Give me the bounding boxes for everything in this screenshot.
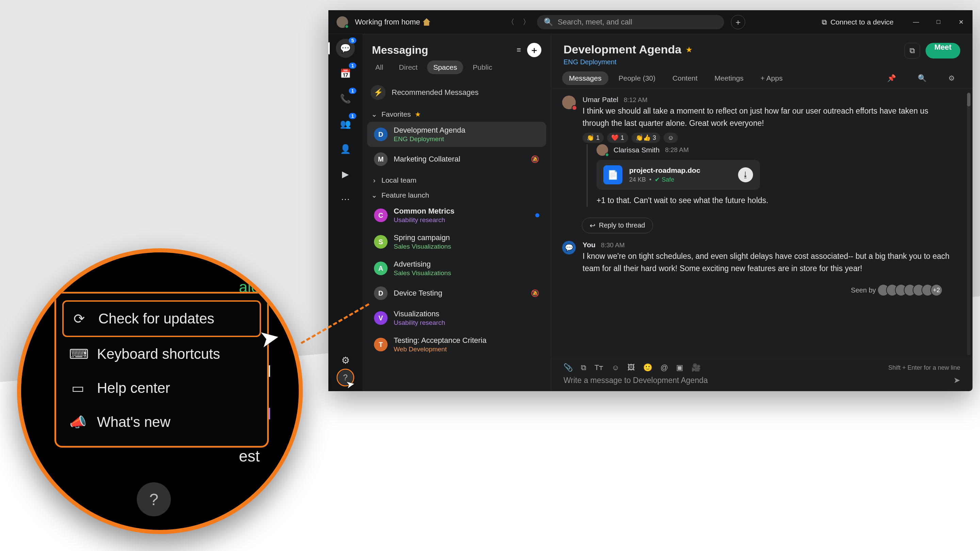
group-header[interactable]: › Local team (363, 171, 551, 186)
space-item[interactable]: D Device Testing 🔕 (367, 282, 546, 304)
space-item[interactable]: M Marketing Collateral 🔕 (367, 148, 546, 170)
reaction-pill[interactable]: 👏1 (582, 133, 604, 143)
group-header[interactable]: ⌄ Feature launch (363, 186, 551, 202)
pin-icon[interactable]: 📌 (880, 71, 903, 85)
window-maximize-icon[interactable]: □ (935, 18, 942, 26)
screenshot-icon[interactable]: ⧉ (581, 363, 586, 372)
space-avatar: M (374, 152, 388, 166)
rail-apps[interactable]: ▶ (336, 165, 355, 184)
seen-by: Seen by +2 (562, 281, 958, 296)
attach-icon[interactable]: 📎 (563, 363, 573, 372)
file-attachment[interactable]: 📄 project-roadmap.doc 24 KB • ✔ Safe ⭳ (597, 160, 760, 190)
gif-icon[interactable]: 🖼 (627, 363, 635, 372)
help-menu: ⟳ Check for updates⌨ Keyboard shortcuts▭… (54, 292, 269, 448)
calendar-icon: 📅 (340, 68, 351, 79)
space-item[interactable]: T Testing: Acceptance Criteria Web Devel… (367, 332, 546, 357)
favorite-star-icon[interactable]: ★ (686, 46, 692, 54)
space-title: Development Agenda (394, 126, 465, 135)
record-icon[interactable]: ▣ (676, 363, 683, 372)
rail-messaging[interactable]: 💬5 (336, 39, 355, 58)
nav-back-icon[interactable]: 〈 (507, 17, 514, 27)
conv-tab[interactable]: Meetings (708, 71, 750, 85)
help-menu-item[interactable]: ⌨ Keyboard shortcuts (62, 337, 261, 371)
chevron-icon: ⌄ (371, 110, 377, 118)
emoji-icon[interactable]: ☺ (611, 363, 619, 372)
avatar-self[interactable] (562, 241, 576, 254)
mention-icon[interactable]: @ (660, 363, 668, 372)
video-icon[interactable]: 🎥 (692, 363, 701, 372)
thread-scroll[interactable]: Umar Patel 8:12 AM I think we should all… (551, 89, 972, 359)
download-icon[interactable]: ⭳ (738, 167, 753, 182)
reply-icon: ↩ (590, 221, 595, 230)
message-author: You (582, 241, 595, 249)
space-item[interactable]: S Spring campaign Sales Visualizations (367, 229, 546, 254)
space-item[interactable]: D Development Agenda ENG Deployment (367, 122, 546, 147)
menu-item-label: Help center (97, 380, 170, 396)
composer-placeholder[interactable]: Write a message to Development Agenda (563, 376, 708, 385)
group-name: Favorites (382, 110, 411, 118)
muted-icon[interactable]: 🔕 (531, 289, 539, 297)
bitmoji-icon[interactable]: 🙂 (643, 363, 652, 372)
conv-tab[interactable]: People (30) (612, 71, 662, 85)
calls-icon: 📞 (340, 94, 351, 104)
file-size: 24 KB (629, 176, 646, 183)
reply-to-thread-button[interactable]: ↩ Reply to thread (582, 218, 653, 233)
rail-contacts[interactable]: 👤 (336, 140, 355, 159)
settings-icon[interactable]: ⚙ (341, 355, 350, 366)
space-item[interactable]: A Advertising Sales Visualizations (367, 256, 546, 281)
nav-forward-icon[interactable]: 〉 (523, 17, 530, 27)
scrollbar-thumb[interactable] (967, 93, 970, 106)
recommended-messages[interactable]: ⚡ Recommended Messages (363, 79, 551, 105)
avatar[interactable] (597, 144, 608, 156)
reaction-pill[interactable]: ☺ (663, 133, 678, 143)
space-settings-icon[interactable]: ⚙ (942, 71, 962, 85)
conversation-subtitle[interactable]: ENG Deployment (563, 58, 692, 66)
space-item[interactable]: C Common Metrics Usability research (367, 203, 546, 228)
conv-tab[interactable]: + Apps (754, 71, 789, 85)
format-icon[interactable]: Tᴛ (595, 363, 603, 372)
messaging-tab-all[interactable]: All (369, 60, 389, 74)
help-menu-item[interactable]: ⟳ Check for updates (62, 300, 261, 337)
space-item[interactable]: V Visualizations Usability research (367, 305, 546, 330)
send-icon[interactable]: ➤ (953, 375, 960, 385)
search-in-space-icon[interactable]: 🔍 (911, 71, 933, 85)
group-header[interactable]: ⌄ Favorites ★ (363, 105, 551, 121)
seen-facepile[interactable]: +2 (881, 284, 943, 296)
space-title: Spring campaign (394, 233, 451, 242)
rail-teams[interactable]: 👥1 (336, 114, 355, 133)
window-close-icon[interactable]: ✕ (958, 18, 964, 26)
composer: 📎 ⧉ Tᴛ ☺ 🖼 🙂 @ ▣ 🎥 Shift + Enter for a n… (551, 359, 972, 391)
help-menu-item[interactable]: 📣 What's new (62, 405, 261, 439)
presence-status[interactable]: Working from home (355, 18, 430, 27)
reaction-pill[interactable]: ❤️1 (607, 133, 628, 143)
file-icon: 📄 (603, 165, 622, 184)
seen-more-count[interactable]: +2 (930, 284, 943, 296)
profile-avatar[interactable] (337, 16, 348, 28)
conv-tab[interactable]: Messages (562, 71, 608, 85)
file-name: project-roadmap.doc (629, 166, 700, 175)
messaging-tab-direct[interactable]: Direct (393, 60, 424, 74)
global-search[interactable]: 🔍 Search, meet, and call (537, 15, 724, 29)
window-minimize-icon[interactable]: — (913, 18, 920, 26)
rail-calls[interactable]: 📞1 (336, 89, 355, 108)
create-button[interactable]: ＋ (731, 15, 745, 29)
scrollbar-track[interactable] (967, 92, 970, 356)
rail-more[interactable]: ⋯ (336, 190, 355, 209)
rail-calendar[interactable]: 📅1 (336, 64, 355, 83)
help-icon[interactable]: ? (137, 482, 171, 516)
filter-icon[interactable]: ≡ (517, 46, 521, 54)
messaging-tab-public[interactable]: Public (466, 60, 498, 74)
avatar[interactable] (562, 95, 576, 109)
reaction-pill[interactable]: 👏👍3 (632, 133, 660, 143)
compose-button[interactable]: ＋ (527, 43, 541, 57)
messaging-tab-spaces[interactable]: Spaces (427, 60, 463, 74)
space-avatar: S (374, 235, 388, 249)
help-menu-item[interactable]: ▭ Help center (62, 371, 261, 405)
connect-device-button[interactable]: ⧉ Connect to a device (822, 18, 894, 26)
muted-icon[interactable]: 🔕 (531, 155, 539, 163)
meet-button[interactable]: Meet (926, 43, 960, 59)
space-avatar: D (374, 127, 388, 141)
popout-icon[interactable]: ⧉ (904, 43, 920, 59)
message-time: 8:30 AM (601, 241, 625, 249)
conv-tab[interactable]: Content (666, 71, 705, 85)
